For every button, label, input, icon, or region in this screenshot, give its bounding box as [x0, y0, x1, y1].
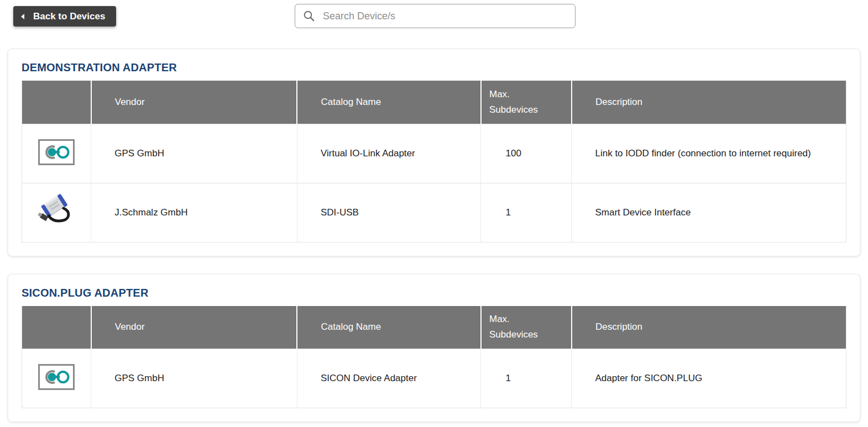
column-header-catalog-name: Catalog Name [297, 81, 480, 124]
column-header-description: Description [572, 81, 846, 124]
gps-co-logo-icon [38, 364, 75, 390]
column-header-max-subdevices: Max. Subdevices [481, 81, 572, 124]
sdi-usb-device-photo [36, 192, 77, 230]
table-row-virtual-io-link-adapter[interactable]: GPS GmbH Virtual IO-Link Adapter 100 Lin… [22, 124, 846, 183]
column-header-image [22, 306, 91, 349]
table-header-row: Vendor Catalog Name Max. Subdevices Desc… [22, 81, 846, 124]
vendor-cell: GPS GmbH [91, 124, 297, 183]
row-image-cell [22, 124, 91, 183]
table-row-sicon-device-adapter[interactable]: GPS GmbH SICON Device Adapter 1 Adapter … [22, 349, 846, 408]
demonstration-adapter-card: DEMONSTRATION ADAPTER Vendor Catalog Nam… [8, 49, 860, 256]
section-title: SICON.PLUG ADAPTER [22, 287, 846, 299]
adapter-table: Vendor Catalog Name Max. Subdevices Desc… [22, 81, 846, 243]
description-cell: Link to IODD finder (connection to inter… [572, 124, 846, 183]
catalog-name-cell: SDI-USB [297, 183, 480, 242]
table-header-row: Vendor Catalog Name Max. Subdevices Desc… [22, 306, 846, 349]
top-bar: Back to Devices [0, 0, 868, 32]
description-cell: Adapter for SICON.PLUG [572, 349, 846, 408]
column-header-vendor: Vendor [91, 81, 297, 124]
column-header-image [22, 81, 91, 124]
vendor-cell: GPS GmbH [91, 349, 297, 408]
section-title: DEMONSTRATION ADAPTER [22, 61, 846, 74]
catalog-name-cell: Virtual IO-Link Adapter [297, 124, 480, 183]
search-icon [303, 10, 315, 22]
chevron-left-icon [21, 14, 24, 19]
description-cell: Smart Device Interface [572, 183, 846, 242]
search-box[interactable] [295, 4, 576, 28]
column-header-vendor: Vendor [91, 306, 297, 349]
max-subdevices-cell: 1 [481, 183, 572, 242]
search-input[interactable] [322, 10, 567, 23]
sicon-plug-adapter-card: SICON.PLUG ADAPTER Vendor Catalog Name M… [8, 274, 860, 423]
back-button-label: Back to Devices [33, 11, 105, 22]
column-header-catalog-name: Catalog Name [297, 306, 480, 349]
adapter-table: Vendor Catalog Name Max. Subdevices Desc… [22, 306, 846, 409]
column-header-description: Description [572, 306, 846, 349]
back-to-devices-button[interactable]: Back to Devices [13, 6, 116, 27]
max-subdevices-cell: 100 [481, 124, 572, 183]
catalog-name-cell: SICON Device Adapter [297, 349, 480, 408]
row-image-cell [22, 183, 91, 242]
max-subdevices-cell: 1 [481, 349, 572, 408]
table-row-sdi-usb[interactable]: J.Schmalz GmbH SDI-USB 1 Smart Device In… [22, 183, 846, 242]
vendor-cell: J.Schmalz GmbH [91, 183, 297, 242]
column-header-max-subdevices: Max. Subdevices [481, 306, 572, 349]
row-image-cell [22, 349, 91, 408]
gps-co-logo-icon [38, 139, 75, 165]
